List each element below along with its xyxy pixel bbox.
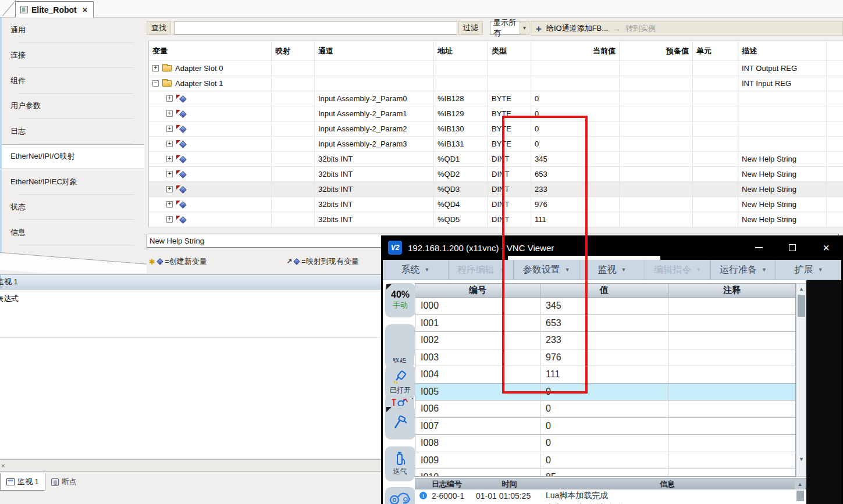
filter-dropdown-arrow[interactable]: ▼	[520, 21, 529, 35]
vnc-menu-button[interactable]: 编辑指令 ▼	[645, 260, 711, 280]
goto-instance-button[interactable]: 转到实例	[625, 23, 656, 34]
sidebar-item[interactable]: 日志	[2, 119, 144, 144]
expand-toggle-icon[interactable]: +	[166, 171, 173, 177]
sidebar-item[interactable]: 信息	[2, 220, 144, 245]
sidebar-item[interactable]: 组件	[2, 68, 144, 94]
cell-address: %QD4	[434, 197, 488, 212]
expand-toggle-icon[interactable]: +	[166, 141, 173, 147]
scrollbar-thumb[interactable]	[798, 295, 805, 317]
col-type[interactable]: 类型	[488, 41, 531, 61]
vnc-menu-button[interactable]: 扩展 ▼	[776, 260, 841, 280]
io-table-row[interactable]: + Adapter Slot 0 INT Output REG	[149, 61, 843, 76]
sidebar-item[interactable]: 通用	[2, 17, 144, 43]
vnc-window-title: 192.168.1.200 (x11vnc) - VNC Viewer	[408, 243, 554, 253]
sidebar-item[interactable]: 连接	[2, 43, 144, 69]
monitor-table-row[interactable]: I000 345	[415, 298, 795, 315]
expand-toggle-icon[interactable]: +	[166, 126, 173, 132]
close-button[interactable]: ×	[809, 235, 843, 260]
sidebar-item[interactable]: EtherNet/IPI/O映射	[2, 144, 144, 170]
empty-button[interactable]	[385, 324, 415, 358]
monitor-table-row[interactable]: I004 111	[415, 366, 795, 384]
find-input[interactable]	[175, 21, 457, 35]
io-table-row[interactable]: + Input Assembly-2_Param3 %IB131 BYTE 0	[149, 137, 843, 152]
expression-column-header[interactable]: 表达式	[0, 294, 19, 304]
scroll-down-icon[interactable]: ▼	[796, 454, 806, 464]
vnc-menu-button[interactable]: 运行准备 ▼	[711, 260, 777, 280]
monitor-table-row[interactable]: I006 0	[415, 401, 795, 418]
cell-io-value: 111	[540, 366, 668, 384]
sidebar-item-label: 日志	[10, 126, 26, 137]
maximize-button[interactable]	[776, 235, 809, 260]
expand-toggle-icon[interactable]: +	[166, 186, 173, 192]
monitor-table-row[interactable]: I003 976	[415, 349, 795, 367]
vnc-menu-button[interactable]: 程序编辑 ▼	[449, 260, 514, 280]
io-table-row[interactable]: + Input Assembly-2_Param2 %IB130 BYTE 0	[149, 121, 843, 137]
col-address[interactable]: 地址	[434, 41, 488, 61]
torch-open-button[interactable]: 已打开	[385, 365, 415, 399]
tab-close-icon[interactable]: ×	[83, 5, 87, 15]
expand-toggle-icon[interactable]: −	[152, 80, 159, 87]
log-scroll-up-icon[interactable]: ▲	[795, 478, 805, 489]
sidebar-item[interactable]: EtherNet/IPIEC对象	[2, 169, 144, 195]
monitor-table-row[interactable]: I009 0	[415, 452, 795, 470]
col-channel[interactable]: 通道	[315, 41, 434, 61]
col-prepared-value[interactable]: 预备值	[620, 41, 693, 61]
col-mapping[interactable]: 映射	[272, 41, 315, 61]
io-table-row[interactable]: + Input Assembly-2_Param1 %IB129 BYTE 0	[149, 106, 843, 121]
vnc-menu-button[interactable]: 系统 ▼	[383, 260, 449, 280]
log-row[interactable]: ! 2-242-2 01-01 01:05:22 脚本正在加载,请稍后	[415, 502, 806, 504]
monitor-scrollbar[interactable]: ▲ ▼	[796, 283, 807, 477]
io-table-row[interactable]: + 32bits INT %QD2 DINT 653 New Help Stri…	[149, 167, 843, 182]
monitor-table-row[interactable]: I008 0	[415, 435, 795, 452]
filter-dropdown[interactable]: 显示所有	[490, 21, 520, 35]
sidebar-item[interactable]: 状态	[2, 195, 144, 220]
monitor-table-row[interactable]: I007 0	[415, 418, 795, 435]
speed-mode-button[interactable]: 40% 手动	[385, 283, 415, 317]
monitor-table-row[interactable]: I001 653	[415, 315, 795, 333]
sidebar-item-label: 用户参数	[10, 101, 41, 111]
col-unit[interactable]: 单元	[693, 41, 738, 61]
io-table-row[interactable]: + 32bits INT %QD4 DINT 976 New Help Stri…	[149, 197, 843, 212]
vnc-menu-bar: 系统 ▼ 程序编辑 ▼ 参数设置 ▼ 监视 ▼ 编辑指令 ▼ 运行准备 ▼ 扩展…	[383, 260, 841, 280]
vnc-menu-button[interactable]: 监视 ▼	[579, 260, 645, 280]
io-table-row[interactable]: + Input Assembly-2_Param0 %IB128 BYTE 0	[149, 91, 843, 106]
sidebar-item[interactable]: 用户参数	[2, 94, 144, 119]
cell-prepared-value	[620, 197, 693, 212]
col-description[interactable]: 描述	[738, 41, 827, 61]
tab-watch-1[interactable]: 监视 1	[0, 473, 45, 491]
add-fb-button[interactable]: 给IO通道添加FB...	[546, 23, 608, 34]
document-tab-elite-robot[interactable]: Elite_Robot ×	[15, 1, 94, 17]
expand-toggle-icon[interactable]: +	[166, 110, 173, 117]
col-variable[interactable]: 变量	[149, 41, 272, 61]
variable-icon	[176, 140, 186, 148]
torch-angle-button[interactable]	[385, 406, 415, 439]
io-mapping-table: 变量 映射 通道 地址 类型 当前值 预备值 单元 描述 + Adapter S…	[148, 41, 843, 227]
expand-toggle-icon[interactable]: +	[166, 156, 173, 162]
robot-button[interactable]	[385, 487, 415, 504]
chevron-down-icon: ▼	[499, 267, 504, 273]
monitor-table-row[interactable]: I010 85	[415, 469, 795, 477]
io-table-row[interactable]: + 32bits INT %QD3 DINT 233 New Help Stri…	[149, 182, 843, 197]
io-table-row[interactable]: + 32bits INT %QD5 DINT 111 New Help Stri…	[149, 212, 843, 227]
io-table-row[interactable]: − Adapter Slot 1 INT Input REG	[149, 76, 843, 91]
vnc-menu-button[interactable]: 参数设置 ▼	[514, 260, 579, 280]
scroll-up-icon[interactable]: ▲	[796, 284, 806, 294]
io-table-row[interactable]: + 32bits INT %QD1 DINT 345 New Help Stri…	[149, 152, 843, 167]
monitor-table-row[interactable]: I005 0	[415, 384, 795, 401]
expand-toggle-icon[interactable]: +	[166, 95, 173, 102]
monitor-table-row[interactable]: I002 233	[415, 332, 795, 349]
col-current-value[interactable]: 当前值	[531, 41, 620, 61]
cell-io-comment	[668, 401, 795, 418]
minimize-button[interactable]	[742, 235, 776, 260]
cell-description: New Help String	[738, 197, 827, 212]
expand-toggle-icon[interactable]: +	[166, 216, 173, 223]
cell-mapping	[272, 167, 315, 182]
expand-toggle-icon[interactable]: +	[152, 65, 159, 72]
log-row[interactable]: ! 2-6000-1 01-01 01:05:25 Lua脚本加载完成	[415, 489, 806, 502]
log-scrollbar-thumb[interactable]	[796, 491, 804, 501]
tab-breakpoints[interactable]: 断点	[45, 473, 83, 491]
gas-button[interactable]: 送气	[385, 446, 415, 480]
expand-toggle-icon[interactable]: +	[166, 201, 173, 208]
cell-prepared-value	[620, 121, 693, 137]
speed-value: 40%	[391, 289, 410, 300]
